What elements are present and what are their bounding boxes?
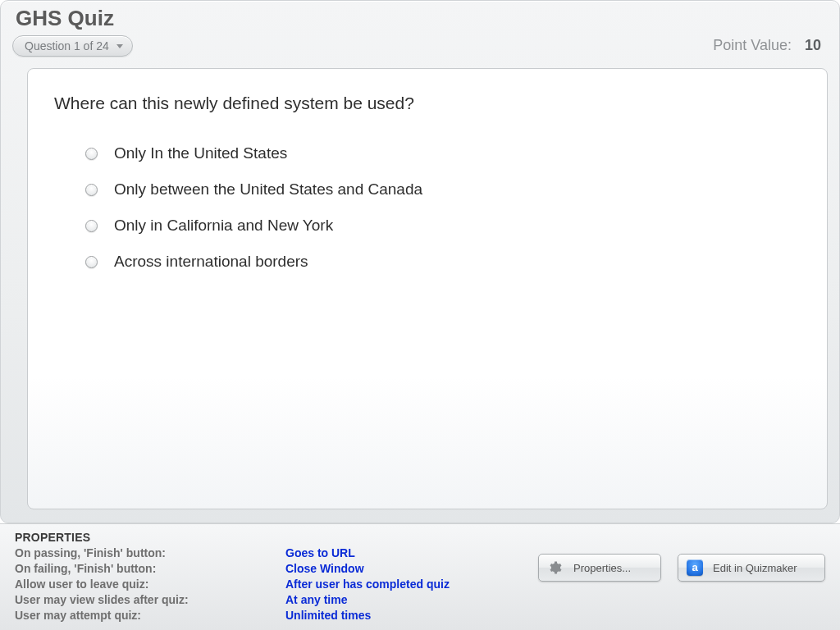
gear-icon <box>547 560 562 575</box>
property-value: At any time <box>285 592 347 608</box>
quiz-title: GHS Quiz <box>16 6 114 31</box>
radio-icon <box>85 184 98 196</box>
option-label: Across international borders <box>114 253 308 271</box>
options-list: Only In the United States Only between t… <box>85 144 422 289</box>
option-1[interactable]: Only In the United States <box>85 144 422 162</box>
property-row: User may view slides after quiz: At any … <box>15 592 825 608</box>
edit-in-quizmaker-button[interactable]: a Edit in Quizmaker <box>678 554 825 582</box>
point-value-label: Point Value: <box>713 37 792 54</box>
option-4[interactable]: Across international borders <box>85 253 422 271</box>
property-key: On passing, 'Finish' button: <box>15 546 285 561</box>
properties-heading: PROPERTIES <box>15 531 825 544</box>
option-2[interactable]: Only between the United States and Canad… <box>85 180 422 199</box>
chevron-down-icon <box>116 44 123 48</box>
option-label: Only In the United States <box>114 144 287 162</box>
question-selector-label: Question 1 of 24 <box>25 39 109 52</box>
property-key: On failing, 'Finish' button: <box>15 561 285 577</box>
option-label: Only in California and New York <box>114 217 333 235</box>
properties-button-label: Properties... <box>573 562 631 574</box>
question-text: Where can this newly defined system be u… <box>54 94 414 113</box>
properties-button[interactable]: Properties... <box>538 554 661 582</box>
radio-icon <box>85 220 98 232</box>
question-card: Where can this newly defined system be u… <box>27 68 828 509</box>
option-3[interactable]: Only in California and New York <box>85 217 422 235</box>
point-value: 10 <box>805 37 821 54</box>
property-key: User may attempt quiz: <box>15 608 285 623</box>
property-row: User may attempt quiz: Unlimited times <box>15 608 825 623</box>
radio-icon <box>85 148 98 160</box>
option-label: Only between the United States and Canad… <box>114 180 422 199</box>
property-key: User may view slides after quiz: <box>15 592 285 608</box>
property-value: After user has completed quiz <box>285 577 450 592</box>
quiz-panel: GHS Quiz Question 1 of 24 Point Value: 1… <box>0 0 840 523</box>
property-value: Unlimited times <box>285 608 371 623</box>
property-value: Close Window <box>285 561 364 577</box>
quizmaker-app-icon: a <box>687 559 703 576</box>
properties-panel: PROPERTIES On passing, 'Finish' button: … <box>0 523 840 630</box>
edit-button-label: Edit in Quizmaker <box>713 562 797 574</box>
radio-icon <box>85 256 98 268</box>
property-key: Allow user to leave quiz: <box>15 577 285 592</box>
question-selector[interactable]: Question 1 of 24 <box>12 35 133 57</box>
property-value: Goes to URL <box>285 546 355 561</box>
